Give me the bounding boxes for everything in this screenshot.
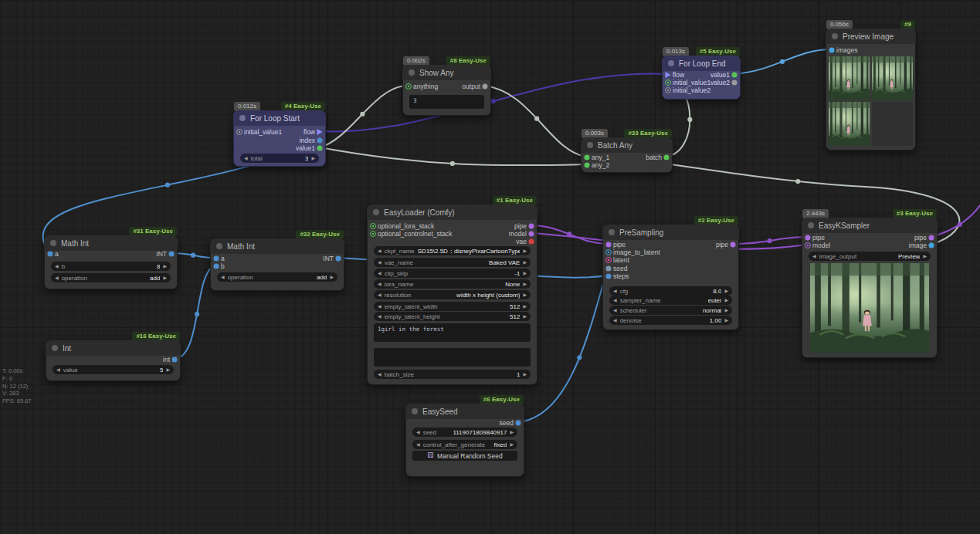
node-pre-sampling-titlebar[interactable]: PreSampling [602, 225, 739, 240]
text-widget[interactable]: 3 [409, 95, 484, 109]
node-for-loop-end[interactable]: 0.013s#5 Easy-UseFor Loop Endflowinitial… [662, 56, 741, 100]
combo-left-arrow-icon[interactable]: ◀ [613, 318, 617, 323]
slot-input-seed[interactable] [606, 266, 612, 272]
combo-left-arrow-icon[interactable]: ◀ [244, 156, 248, 161]
collapse-dot-icon[interactable] [373, 209, 379, 215]
combo-right-arrow-icon[interactable]: ▶ [330, 275, 334, 279]
widget-seed[interactable]: ◀seed1119071809840917▶ [412, 428, 517, 437]
slot-output-image[interactable] [929, 243, 934, 248]
combo-left-arrow-icon[interactable]: ◀ [56, 367, 60, 372]
combo-left-arrow-icon[interactable]: ◀ [378, 304, 381, 309]
node-batch-any-titlebar[interactable]: Batch Any [581, 137, 673, 153]
text-widget[interactable] [374, 348, 531, 367]
collapse-dot-icon[interactable] [668, 60, 674, 66]
slot-output-vae[interactable] [529, 239, 534, 245]
widget-denoise[interactable]: ◀denoise1.00▶ [609, 316, 732, 325]
combo-right-arrow-icon[interactable]: ▶ [523, 271, 527, 275]
widget-image_output[interactable]: ◀image_outputPreview▶ [809, 252, 931, 261]
combo-left-arrow-icon[interactable]: ◀ [378, 248, 381, 253]
slot-output-value1[interactable] [317, 146, 323, 151]
node-easy-ksampler-titlebar[interactable]: EasyKSampler [802, 218, 938, 233]
collapse-dot-icon[interactable] [587, 142, 593, 148]
button-manual-random-seed[interactable]: ⚄Manual Random Seed [412, 451, 517, 461]
slot-input-any_1[interactable] [585, 155, 590, 161]
node-for-loop-start-titlebar[interactable]: For Loop Start [233, 110, 326, 126]
collapse-dot-icon[interactable] [216, 243, 222, 249]
slot-output-int[interactable] [172, 357, 178, 363]
slot-output-flow-arrow-icon[interactable] [317, 129, 323, 135]
widget-operation[interactable]: ◀operationadd▶ [217, 272, 337, 282]
combo-left-arrow-icon[interactable]: ◀ [55, 264, 59, 269]
combo-left-arrow-icon[interactable]: ◀ [378, 292, 381, 297]
widget-resolution[interactable]: ◀resolutionwidth x height (custom)▶ [374, 290, 531, 299]
combo-right-arrow-icon[interactable]: ▶ [724, 298, 728, 302]
widget-cfg[interactable]: ◀cfg8.0▶ [609, 286, 732, 296]
widget-total[interactable]: ◀total3▶ [240, 154, 319, 163]
combo-right-arrow-icon[interactable]: ▶ [724, 289, 728, 293]
slot-input-optional_lora_stack[interactable] [370, 223, 376, 229]
node-for-loop-start[interactable]: 0.012s#4 Easy-UseFor Loop Startinitial_v… [233, 110, 326, 167]
combo-left-arrow-icon[interactable]: ◀ [416, 430, 420, 434]
graph-canvas[interactable]: 0.012s#4 Easy-UseFor Loop Startinitial_v… [0, 0, 980, 534]
widget-b[interactable]: ◀b8▶ [51, 262, 171, 271]
widget-clip_skip[interactable]: ◀clip_skip-1▶ [374, 269, 531, 278]
node-int-16-titlebar[interactable]: Int [46, 340, 181, 356]
widget-ckpt_name[interactable]: ◀ckpt_nameSD15\2.5D：disneyPixarCartoonTy… [374, 246, 531, 255]
node-math-int-32-titlebar[interactable]: Math Int [210, 238, 344, 254]
slot-input-flow-arrow-icon[interactable] [666, 72, 671, 78]
node-preview-image[interactable]: 0.056s#9Preview Imageimages [826, 29, 916, 150]
widget-operation[interactable]: ◀operationadd▶ [51, 273, 171, 282]
combo-right-arrow-icon[interactable]: ▶ [523, 314, 527, 319]
combo-right-arrow-icon[interactable]: ▶ [523, 260, 527, 265]
slot-output-value1[interactable] [732, 73, 738, 78]
slot-output-seed[interactable] [516, 421, 521, 426]
widget-sampler_name[interactable]: ◀sampler_nameeuler▶ [609, 296, 732, 305]
widget-control_after_generate[interactable]: ◀control_after_generatefixed▶ [412, 440, 517, 449]
node-int-16[interactable]: #16 Easy-UseIntint◀value5▶ [46, 340, 181, 381]
slot-output-batch[interactable] [664, 155, 670, 161]
slot-input-initial_value1[interactable] [236, 129, 242, 135]
slot-input-images[interactable] [829, 48, 835, 53]
widget-empty_latent_height[interactable]: ◀empty_latent_height512▶ [374, 312, 531, 321]
slot-input-latent[interactable] [605, 257, 612, 263]
slot-input-a[interactable] [214, 256, 219, 262]
widget-scheduler[interactable]: ◀schedulernormal▶ [609, 306, 732, 315]
slot-input-pipe[interactable] [805, 235, 811, 241]
combo-right-arrow-icon[interactable]: ▶ [523, 282, 527, 286]
slot-output-pipe[interactable] [529, 224, 534, 229]
node-math-int-31-titlebar[interactable]: Math Int [44, 235, 178, 251]
slot-output-model[interactable] [529, 232, 534, 237]
combo-left-arrow-icon[interactable]: ◀ [613, 289, 617, 293]
slot-output-value2[interactable] [732, 80, 738, 86]
combo-left-arrow-icon[interactable]: ◀ [416, 442, 420, 447]
node-for-loop-end-titlebar[interactable]: For Loop End [662, 56, 741, 71]
combo-left-arrow-icon[interactable]: ◀ [378, 260, 381, 265]
widget-batch_size[interactable]: ◀batch_size1▶ [374, 370, 531, 379]
collapse-dot-icon[interactable] [50, 240, 56, 246]
combo-left-arrow-icon[interactable]: ◀ [613, 298, 617, 302]
node-easy-ksampler[interactable]: 2.443s#3 Easy-UseEasyKSamplerpipemodelpi… [802, 218, 938, 358]
collapse-dot-icon[interactable] [239, 115, 246, 121]
combo-left-arrow-icon[interactable]: ◀ [378, 314, 381, 319]
widget-vae_name[interactable]: ◀vae_nameBaked VAE▶ [374, 258, 531, 267]
collapse-dot-icon[interactable] [52, 345, 58, 351]
combo-left-arrow-icon[interactable]: ◀ [378, 271, 381, 275]
slot-input-steps[interactable] [606, 274, 612, 279]
slot-input-optional_controlnet_stack[interactable] [370, 231, 376, 237]
slot-input-pipe[interactable] [606, 242, 612, 248]
combo-right-arrow-icon[interactable]: ▶ [163, 264, 167, 269]
slot-output-INT[interactable] [169, 252, 175, 257]
combo-right-arrow-icon[interactable]: ▶ [523, 304, 527, 309]
collapse-dot-icon[interactable] [808, 222, 814, 228]
combo-right-arrow-icon[interactable]: ▶ [523, 292, 527, 297]
node-easy-loader-titlebar[interactable]: EasyLoader (Comfy) [367, 204, 537, 220]
combo-left-arrow-icon[interactable]: ◀ [55, 275, 59, 280]
combo-right-arrow-icon[interactable]: ▶ [724, 308, 728, 313]
slot-output-index[interactable] [317, 138, 323, 144]
widget-lora_name[interactable]: ◀lora_nameNone▶ [374, 279, 531, 289]
combo-left-arrow-icon[interactable]: ◀ [378, 372, 381, 377]
node-preview-image-titlebar[interactable]: Preview Image [826, 29, 916, 44]
node-show-any-titlebar[interactable]: Show Any [402, 65, 491, 80]
combo-right-arrow-icon[interactable]: ▶ [724, 318, 728, 323]
slot-output-INT[interactable] [336, 256, 341, 262]
